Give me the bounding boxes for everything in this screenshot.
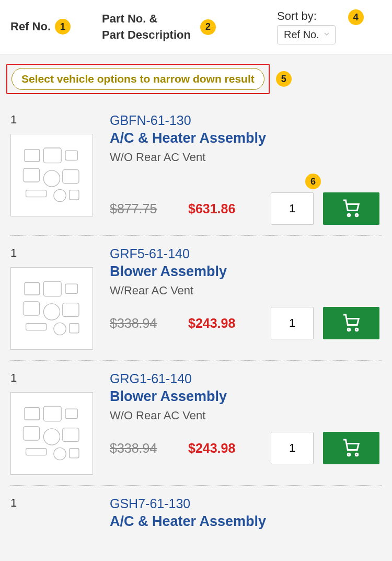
sort-label: Sort by: [277, 9, 317, 23]
svg-point-4 [43, 170, 60, 187]
product-thumbnail[interactable] [10, 134, 93, 216]
qty-input[interactable] [271, 432, 314, 464]
col-ref: Ref No. 1 [10, 19, 102, 35]
svg-rect-0 [25, 150, 40, 162]
part-number-link[interactable]: GSH7-61-130 [110, 496, 379, 511]
sale-price: $243.98 [188, 316, 271, 331]
svg-rect-24 [65, 409, 77, 418]
svg-rect-13 [65, 284, 77, 293]
cart-icon [342, 438, 361, 459]
add-to-cart-button[interactable] [323, 192, 379, 225]
narrow-options-wrap: Select vehicle options to narrow down re… [6, 64, 386, 94]
msrp-price: $877.75 [110, 201, 188, 216]
svg-point-10 [355, 214, 358, 216]
svg-rect-19 [70, 324, 79, 333]
part-name-link[interactable]: Blower Assembly [110, 388, 379, 405]
svg-rect-27 [63, 428, 79, 442]
part-name-link[interactable]: A/C & Heater Assembly [110, 513, 379, 530]
svg-point-31 [348, 453, 350, 456]
svg-rect-6 [26, 190, 47, 197]
svg-rect-1 [43, 148, 61, 163]
part-note: W/O Rear AC Vent [110, 151, 379, 164]
svg-rect-23 [43, 406, 61, 421]
sort-select[interactable]: Ref No. [277, 25, 336, 44]
ref-number: 1 [10, 246, 110, 260]
product-thumbnail[interactable] [10, 392, 93, 475]
svg-point-29 [54, 448, 66, 460]
cart-icon [342, 313, 361, 334]
part-note: W/Rear AC Vent [110, 284, 379, 297]
svg-point-32 [355, 453, 358, 456]
product-row: 1 GBFN-61-130 A/C & Heater Assembly W/O … [10, 102, 382, 236]
svg-rect-22 [25, 408, 40, 420]
msrp-price: $338.94 [110, 441, 188, 456]
add-to-cart-button[interactable] [323, 432, 379, 464]
add-to-cart-button[interactable] [323, 307, 379, 339]
price-row: $338.94 $243.98 [110, 432, 379, 464]
part-number-link[interactable]: GBFN-61-130 [110, 113, 379, 128]
col-part: Part No. & Part Description 2 [102, 11, 277, 43]
svg-rect-30 [70, 449, 79, 458]
part-note: W/O Rear AC Vent [110, 409, 379, 422]
narrow-highlight-box: Select vehicle options to narrow down re… [6, 64, 270, 94]
ref-number: 1 [10, 496, 110, 510]
svg-rect-16 [63, 303, 79, 317]
svg-rect-25 [23, 427, 39, 440]
product-row: 1 GRG1-61-140 Blower Assembly W/O Rear A… [10, 361, 382, 486]
narrow-options-button[interactable]: Select vehicle options to narrow down re… [11, 68, 264, 90]
svg-rect-8 [70, 190, 79, 200]
qty-input[interactable] [271, 307, 314, 339]
svg-rect-5 [63, 170, 79, 184]
part-number-link[interactable]: GRG1-61-140 [110, 371, 379, 386]
annotation-4: 4 [348, 9, 364, 25]
annotation-5: 5 [276, 71, 292, 87]
product-thumbnail[interactable] [10, 267, 93, 350]
sale-price: $243.98 [188, 441, 271, 456]
svg-rect-28 [26, 449, 47, 455]
ref-number: 1 [10, 371, 110, 385]
svg-point-21 [355, 328, 358, 331]
svg-point-26 [43, 429, 60, 445]
col-sort: Sort by: 4 Ref No. [277, 9, 382, 44]
sort-selected-value: Ref No. [284, 29, 319, 41]
part-number-link[interactable]: GRF5-61-140 [110, 246, 379, 261]
svg-point-20 [348, 328, 350, 331]
ref-no-header: Ref No. [10, 19, 51, 35]
annotation-1: 1 [55, 19, 71, 35]
qty-input[interactable] [271, 192, 314, 225]
svg-rect-2 [65, 151, 77, 160]
svg-rect-11 [25, 283, 40, 295]
part-header: Part No. & Part Description [102, 11, 191, 43]
product-row: 1 GRF5-61-140 Blower Assembly W/Rear AC … [10, 236, 382, 361]
annotation-2: 2 [200, 19, 216, 35]
product-list: 1 GBFN-61-130 A/C & Heater Assembly W/O … [0, 98, 392, 548]
ref-number: 1 [10, 113, 110, 127]
annotation-6: 6 [305, 174, 321, 189]
product-row: 1 GSH7-61-130 A/C & Heater Assembly [10, 486, 382, 544]
svg-rect-17 [26, 324, 47, 330]
svg-point-18 [54, 323, 66, 335]
part-name-link[interactable]: A/C & Heater Assembly [110, 130, 379, 146]
svg-point-15 [43, 304, 60, 320]
sale-price: $631.86 [188, 201, 271, 216]
cart-icon [342, 199, 361, 219]
part-name-link[interactable]: Blower Assembly [110, 264, 379, 280]
svg-rect-12 [43, 281, 61, 296]
svg-point-7 [54, 189, 66, 201]
chevron-down-icon [322, 29, 331, 41]
svg-point-9 [348, 214, 350, 216]
svg-rect-3 [23, 168, 39, 182]
svg-rect-14 [23, 302, 39, 315]
msrp-price: $338.94 [110, 316, 188, 331]
list-header: Ref No. 1 Part No. & Part Description 2 … [0, 0, 392, 54]
price-row: $877.75 $631.86 [110, 192, 379, 225]
price-row: $338.94 $243.98 [110, 307, 379, 339]
